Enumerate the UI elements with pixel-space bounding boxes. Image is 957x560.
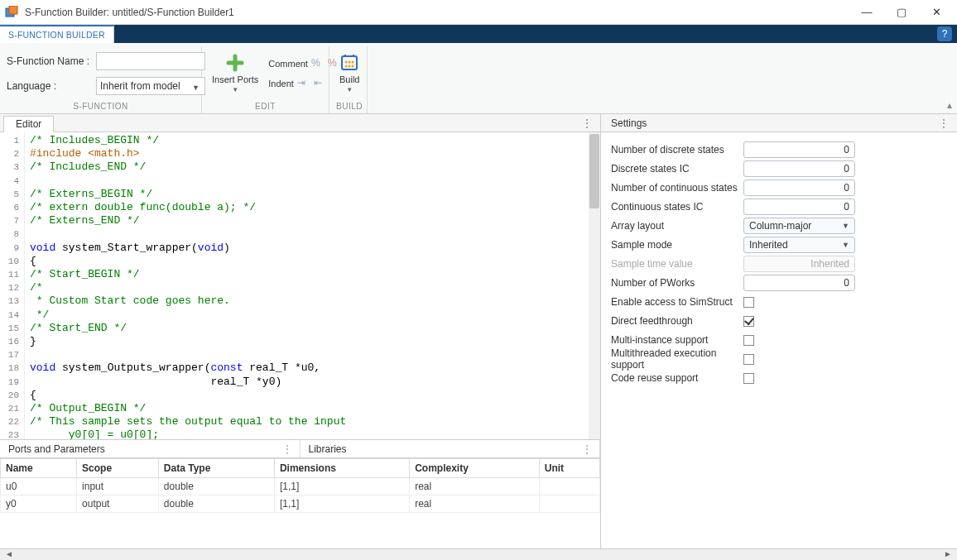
discrete-states-ic-input[interactable] <box>743 160 855 177</box>
multi-instance-checkbox[interactable] <box>743 335 754 346</box>
continuous-states-ic-label: Continuous states IC <box>611 201 743 213</box>
ports-header[interactable]: Scope <box>77 459 159 478</box>
direct-feedthrough-label: Direct feedthrough <box>611 315 743 327</box>
sample-time-value-input <box>743 256 855 272</box>
indent-icon: ⇥ <box>297 77 310 90</box>
ports-table[interactable]: NameScopeData TypeDimensionsComplexityUn… <box>0 458 600 548</box>
indent-label: Indent <box>268 79 294 89</box>
array-layout-select[interactable]: Column-major▼ <box>743 218 855 234</box>
minimize-button[interactable]: — <box>849 1 884 24</box>
scrollbar-thumb[interactable] <box>589 134 599 208</box>
ports-header[interactable]: Unit <box>539 459 599 478</box>
svg-point-5 <box>345 61 348 64</box>
table-cell[interactable]: [1,1] <box>274 478 409 495</box>
scroll-right-icon[interactable]: ► <box>944 549 952 560</box>
enable-simstruct-checkbox[interactable] <box>743 297 754 308</box>
help-button[interactable]: ? <box>937 26 952 41</box>
table-cell[interactable] <box>539 495 599 513</box>
table-cell[interactable]: real <box>410 478 540 495</box>
ports-tab-label: Ports and Parameters <box>8 443 105 455</box>
ports-header[interactable]: Complexity <box>410 459 540 478</box>
num-pworks-label: Number of PWorks <box>611 277 743 289</box>
sample-mode-label: Sample mode <box>611 239 743 251</box>
direct-feedthrough-checkbox[interactable] <box>743 316 754 327</box>
table-cell[interactable]: u0 <box>1 478 77 495</box>
table-cell[interactable]: double <box>158 478 274 495</box>
outdent-icon: ⇤ <box>314 77 327 90</box>
scrollbar-track[interactable] <box>589 132 600 439</box>
build-button[interactable]: Build ▼ <box>336 51 363 95</box>
array-layout-value: Column-major <box>749 220 811 232</box>
ports-menu-icon[interactable]: ⋮ <box>281 443 293 456</box>
svg-point-7 <box>352 61 354 64</box>
ribbon-tabstrip: S-FUNCTION BUILDER ? <box>0 25 957 43</box>
sfunction-name-input[interactable] <box>96 52 205 70</box>
svg-rect-1 <box>9 6 17 14</box>
settings-menu-icon[interactable]: ⋮ <box>938 117 950 130</box>
code-area[interactable]: /* Includes_BEGIN */#include <math.h>/* … <box>25 132 600 439</box>
chevron-down-icon: ▼ <box>842 241 849 249</box>
maximize-button[interactable]: ▢ <box>884 1 919 24</box>
sample-time-value-label: Sample time value <box>611 258 743 270</box>
group-label-sfunction: S-FUNCTION <box>7 100 195 113</box>
table-cell[interactable]: double <box>158 495 274 513</box>
num-discrete-states-label: Number of discrete states <box>611 144 743 156</box>
table-row[interactable]: u0inputdouble[1,1]real <box>1 478 600 495</box>
table-cell[interactable] <box>539 478 599 495</box>
build-label: Build <box>339 74 359 84</box>
collapse-ribbon-button[interactable]: ▴ <box>942 46 957 113</box>
line-gutter: 1234567891011121314151617181920212223 <box>0 132 25 439</box>
settings-panel: Number of discrete states Discrete state… <box>601 132 957 548</box>
sample-mode-value: Inherited <box>749 239 788 251</box>
table-row[interactable]: y0outputdouble[1,1]real <box>1 495 600 513</box>
ports-header[interactable]: Dimensions <box>274 459 409 478</box>
tab-ports-parameters[interactable]: Ports and Parameters ⋮ <box>0 440 301 457</box>
table-cell[interactable]: output <box>77 495 159 513</box>
insert-ports-button[interactable]: Insert Ports ▼ <box>209 51 262 95</box>
ports-header[interactable]: Name <box>1 459 77 478</box>
num-discrete-states-input[interactable] <box>743 141 855 158</box>
close-button[interactable]: ✕ <box>919 1 954 24</box>
tab-editor[interactable]: Editor <box>3 116 54 132</box>
multithreaded-label: Multithreaded execution support <box>611 347 743 371</box>
table-cell[interactable]: y0 <box>1 495 77 513</box>
continuous-states-ic-input[interactable] <box>743 199 855 215</box>
multi-instance-label: Multi-instance support <box>611 334 743 346</box>
code-reuse-checkbox[interactable] <box>743 373 754 384</box>
chevron-down-icon: ▼ <box>192 84 200 92</box>
sfunction-name-label: S-Function Name : <box>7 55 91 67</box>
num-pworks-input[interactable] <box>743 275 855 291</box>
bottom-tabbar: Ports and Parameters ⋮ Libraries ⋮ <box>0 440 600 458</box>
table-cell[interactable]: real <box>410 495 540 513</box>
language-label: Language : <box>7 80 91 92</box>
app-icon <box>5 6 18 19</box>
table-cell[interactable]: input <box>77 478 159 495</box>
language-select[interactable]: Inherit from model ▼ <box>96 77 205 95</box>
scroll-left-icon[interactable]: ◄ <box>5 549 13 560</box>
plus-icon <box>225 53 245 73</box>
table-cell[interactable]: [1,1] <box>274 495 409 513</box>
editor-menu-icon[interactable]: ⋮ <box>581 117 594 130</box>
tab-settings[interactable]: Settings <box>608 115 650 132</box>
chevron-down-icon: ▼ <box>842 222 849 230</box>
array-layout-label: Array layout <box>611 220 743 232</box>
enable-simstruct-label: Enable access to SimStruct <box>611 296 743 308</box>
group-label-edit: EDIT <box>209 100 322 113</box>
chevron-down-icon: ▼ <box>346 86 353 93</box>
sample-mode-select[interactable]: Inherited▼ <box>743 237 855 253</box>
chevron-down-icon: ▼ <box>232 86 238 93</box>
titlebar: S-Function Builder: untitled/S-Function … <box>0 0 957 25</box>
editor-tabbar: Editor ⋮ <box>0 114 600 132</box>
ports-header[interactable]: Data Type <box>158 459 274 478</box>
multithreaded-checkbox[interactable] <box>743 354 754 365</box>
num-continuous-states-input[interactable] <box>743 179 855 196</box>
toolstrip: S-Function Name : Language : Inherit fro… <box>0 43 957 114</box>
code-reuse-label: Code reuse support <box>611 372 743 384</box>
tab-libraries[interactable]: Libraries ⋮ <box>301 440 601 457</box>
libraries-menu-icon[interactable]: ⋮ <box>581 443 593 456</box>
insert-ports-label: Insert Ports <box>212 74 258 84</box>
window-title: S-Function Builder: untitled/S-Function … <box>23 7 849 18</box>
code-editor[interactable]: 1234567891011121314151617181920212223 /*… <box>0 132 600 439</box>
ribbon-tab-sfunction-builder[interactable]: S-FUNCTION BUILDER <box>0 25 114 43</box>
libraries-tab-label: Libraries <box>309 443 347 455</box>
